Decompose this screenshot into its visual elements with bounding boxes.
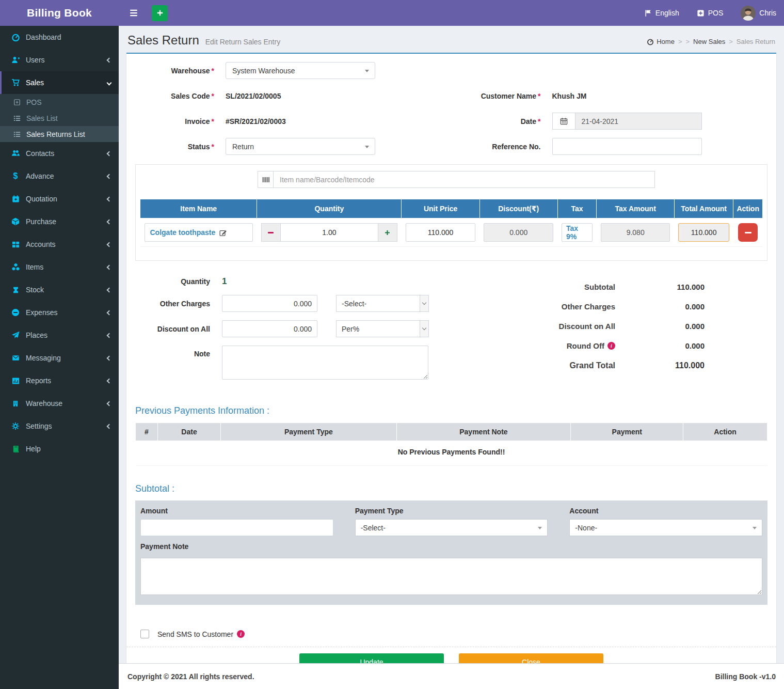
reference-label: Reference No. <box>462 143 552 151</box>
copyright-text: Copyright © 2021 All rights reserved. <box>127 672 254 681</box>
sidebar-item-places[interactable]: Places <box>0 324 119 347</box>
close-button[interactable]: Close <box>459 653 603 663</box>
sidebar-label: Places <box>26 331 107 339</box>
chevron-down-icon <box>107 80 112 85</box>
invoice-row: Invoice #SR/2021/02/0003 <box>135 113 441 130</box>
other-charges-select[interactable]: -Select- <box>336 295 429 312</box>
sidebar-item-users[interactable]: Users <box>0 49 119 71</box>
col-index: # <box>136 423 158 441</box>
quantity-increase-button[interactable] <box>378 223 397 242</box>
breadcrumb-new-sales[interactable]: New Sales <box>693 38 725 45</box>
language-menu[interactable]: English <box>645 9 679 17</box>
other-charges-input[interactable] <box>222 295 317 312</box>
payment-type-select[interactable]: -Select- <box>355 519 548 536</box>
col-unit-price: Unit Price <box>402 199 480 218</box>
sidebar-label: Sales <box>26 79 107 87</box>
sales-code-row: Sales Code SL/2021/02/0005 <box>135 87 441 104</box>
sidebar-label: POS <box>26 98 42 106</box>
item-search-input[interactable] <box>273 171 655 188</box>
status-selected-value: Return <box>232 143 254 151</box>
bar-chart-icon <box>10 377 21 385</box>
sidebar-item-pos[interactable]: POS <box>0 94 119 110</box>
plus-icon <box>156 9 164 17</box>
discount-type-select[interactable]: Per% <box>336 320 429 337</box>
app-logo[interactable]: Billing Book <box>0 0 119 26</box>
col-action: Action <box>733 199 763 218</box>
item-name-link[interactable]: Colgate toothpaste <box>145 223 253 242</box>
date-label: Date <box>462 117 552 126</box>
hourglass-icon <box>10 286 21 294</box>
date-input[interactable] <box>575 113 702 130</box>
amount-input[interactable] <box>140 519 333 536</box>
list-icon <box>12 131 22 138</box>
chevron-left-icon <box>107 378 112 383</box>
unit-price-input[interactable] <box>406 223 476 242</box>
breadcrumb-separator: > <box>729 38 733 45</box>
sidebar-item-stock[interactable]: Stock <box>0 278 119 301</box>
select-caret-strip <box>420 295 428 311</box>
minus-icon <box>268 232 274 233</box>
sidebar-item-purchase[interactable]: Purchase <box>0 210 119 233</box>
warehouse-label: Warehouse <box>135 67 226 75</box>
reference-input[interactable] <box>552 138 702 155</box>
sidebar-item-accounts[interactable]: Accounts <box>0 233 119 256</box>
send-sms-checkbox[interactable] <box>140 630 149 638</box>
info-icon[interactable] <box>607 342 615 350</box>
calendar-icon[interactable] <box>552 113 575 130</box>
sidebar-item-advance[interactable]: $ Advance <box>0 165 119 187</box>
note-textarea[interactable] <box>222 346 428 380</box>
breadcrumb-current: Sales Return <box>737 38 775 45</box>
sidebar-item-reports[interactable]: Reports <box>0 369 119 392</box>
sidebar-item-sales[interactable]: Sales <box>0 71 119 94</box>
barcode-icon <box>258 171 273 188</box>
sidebar-item-expenses[interactable]: Expenses <box>0 301 119 324</box>
sidebar-toggle-button[interactable] <box>125 5 142 21</box>
page-subtitle: Edit Return Sales Entry <box>205 38 281 46</box>
chevron-left-icon <box>107 219 112 224</box>
sidebar-item-quotation[interactable]: Quotation <box>0 187 119 210</box>
status-select[interactable]: Return <box>226 138 375 155</box>
info-icon[interactable] <box>237 630 245 638</box>
remove-item-button[interactable] <box>738 223 758 242</box>
envelope-icon <box>10 354 21 362</box>
action-buttons: Update Close <box>135 653 767 663</box>
cart-icon <box>10 79 21 87</box>
sidebar-item-contacts[interactable]: Contacts <box>0 142 119 165</box>
header-form: Warehouse System Warehouse Sales Code SL… <box>135 62 767 155</box>
sidebar-item-sales-list[interactable]: Sales List <box>0 110 119 126</box>
quantity-summary-row: Quantity 1 <box>135 276 502 287</box>
sidebar-label: Stock <box>26 286 107 294</box>
sidebar-item-messaging[interactable]: Messaging <box>0 347 119 369</box>
sidebar-label: Items <box>26 263 107 271</box>
sidebar-item-warehouse[interactable]: Warehouse <box>0 392 119 415</box>
tax-select[interactable]: Tax 9% <box>562 223 593 242</box>
chevron-left-icon <box>107 242 112 247</box>
sidebar-item-settings[interactable]: Settings <box>0 415 119 437</box>
other-charges-label: Other Charges <box>135 300 222 308</box>
customer-name-value: Khush JM <box>552 92 587 100</box>
discount-on-all-row: Discount on All Per% <box>135 320 502 337</box>
payment-note-textarea[interactable] <box>140 558 762 595</box>
user-menu[interactable]: Chris <box>741 6 776 21</box>
sidebar-item-help[interactable]: Help <box>0 437 119 460</box>
sidebar-label: Contacts <box>26 149 107 158</box>
edit-pencil-icon[interactable] <box>219 229 227 237</box>
quantity-input[interactable] <box>281 223 378 242</box>
previous-payments-heading: Previous Payments Information : <box>135 405 767 416</box>
sidebar-item-dashboard[interactable]: Dashboard <box>0 26 119 49</box>
breadcrumb-home[interactable]: Home <box>647 38 675 45</box>
quick-add-button[interactable] <box>152 5 168 21</box>
sidebar-item-sales-returns-list[interactable]: Sales Returns List <box>0 126 119 142</box>
item-row: Colgate toothpaste <box>140 218 763 247</box>
update-button[interactable]: Update <box>299 653 444 663</box>
pos-shortcut[interactable]: POS <box>697 9 724 17</box>
warehouse-select[interactable]: System Warehouse <box>226 62 375 79</box>
main-content: Sales Return Edit Return Sales Entry Hom… <box>119 26 784 663</box>
discount-on-all-input[interactable] <box>222 320 317 337</box>
sidebar-item-items[interactable]: Items <box>0 256 119 278</box>
breadcrumb-separator: > <box>686 38 690 45</box>
quantity-decrease-button[interactable] <box>261 223 281 242</box>
sidebar-label: Settings <box>26 422 107 430</box>
account-select[interactable]: -None- <box>569 519 762 536</box>
col-total-amount: Total Amount <box>674 199 733 218</box>
